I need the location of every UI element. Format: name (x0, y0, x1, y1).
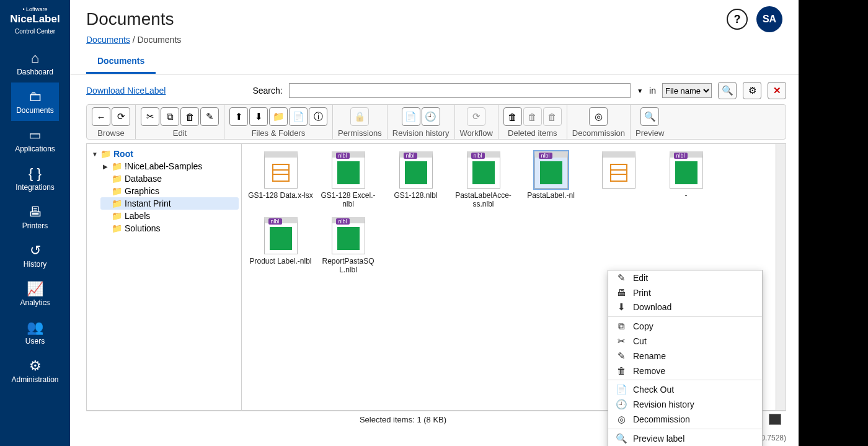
ctx-download[interactable]: ⬇Download (608, 300, 762, 314)
folder-icon: 📁 (112, 186, 122, 196)
file-item[interactable]: nlblGS1-128.nlbl (383, 151, 448, 208)
upload-button[interactable]: ⬆ (229, 107, 248, 126)
ctx-rename[interactable]: ✎Rename (608, 349, 762, 363)
permissions-button[interactable]: 🔒 (350, 107, 369, 126)
tree-item-instant-print[interactable]: 📁Instant Print (100, 197, 239, 210)
ctx-revision-history[interactable]: 🕘Revision history (608, 397, 762, 412)
ctx-copy[interactable]: ⧉Copy (608, 319, 762, 334)
ctx-preview-label[interactable]: 🔍Preview label (608, 431, 762, 446)
ctx-icon: 🔍 (616, 433, 627, 444)
nav-administration[interactable]: ⚙Administration (11, 352, 58, 390)
file-label: ReportPastaSQ L.nlbl (316, 257, 381, 274)
restore-button[interactable]: 🗑 (523, 107, 542, 126)
nav-history[interactable]: ↺History (11, 236, 58, 275)
ctx-label: Revision history (633, 399, 694, 409)
tab-documents[interactable]: Documents (86, 50, 156, 74)
edit-button[interactable]: ✎ (200, 107, 219, 126)
ctx-cut[interactable]: ✂Cut (608, 334, 762, 349)
new-file-button[interactable]: 📄 (289, 107, 308, 126)
ctx-check-out[interactable]: 📄Check Out (608, 382, 762, 397)
tree-root[interactable]: ▼📁Root (89, 148, 239, 160)
brand-nicelabel: NiceLabel (10, 13, 60, 25)
tree-item-labels[interactable]: 📁Labels (100, 210, 239, 222)
new-folder-button[interactable]: 📁 (269, 107, 288, 126)
tree-item-solutions[interactable]: 📁Solutions (100, 222, 239, 234)
folder-icon: 📁 (112, 174, 122, 184)
download-button[interactable]: ⬇ (249, 107, 268, 126)
file-thumb (602, 151, 636, 189)
ctx-label: Check Out (633, 385, 674, 395)
nav-label: Administration (11, 375, 58, 384)
ctx-label: Download (633, 302, 671, 312)
tree-item-graphics[interactable]: 📁Graphics (100, 185, 239, 197)
ribbon-group-edit: ✂⧉🗑✎Edit (136, 105, 224, 139)
grid-scrollbar[interactable] (776, 144, 786, 410)
search-button[interactable]: 🔍 (718, 82, 737, 99)
refresh-button[interactable]: ⟳ (112, 107, 130, 126)
decommission-button[interactable]: ◎ (589, 107, 608, 126)
toolbar-ribbon: ←⟳Browse✂⧉🗑✎Edit⬆⬇📁📄ⓘFiles & Folders🔒Per… (86, 104, 786, 140)
ctx-edit[interactable]: ✎Edit (608, 270, 762, 285)
deleted-button[interactable]: 🗑 (503, 107, 522, 126)
ribbon-group-permissions: 🔒Permissions (333, 105, 388, 139)
search-input[interactable] (289, 83, 631, 98)
search-clear-button[interactable]: ✕ (768, 82, 786, 99)
nav-analytics[interactable]: 📈Analytics (11, 275, 58, 313)
file-item[interactable]: nlblReportPastaSQ L.nlbl (316, 217, 381, 274)
breadcrumb: Documents / Documents (70, 35, 799, 50)
copy-button[interactable]: ⧉ (161, 107, 179, 126)
file-item[interactable]: nlblGS1-128 Excel.-nlbl (316, 151, 381, 208)
nav-icon: { } (11, 166, 58, 182)
ribbon-group-files-folders: ⬆⬇📁📄ⓘFiles & Folders (224, 105, 333, 139)
cut-button[interactable]: ✂ (141, 107, 159, 126)
history-button[interactable]: 🕘 (422, 107, 440, 126)
view-list-button[interactable] (769, 414, 781, 425)
help-button[interactable]: ? (727, 9, 748, 30)
back-button[interactable]: ← (92, 107, 110, 126)
ctx-icon: ✂ (616, 336, 627, 347)
nav-icon: 🖶 (11, 204, 58, 220)
workflow-button[interactable]: ⟳ (467, 107, 485, 126)
purge-button[interactable]: 🗑 (543, 107, 562, 126)
search-in-label: in (649, 86, 656, 96)
file-item[interactable]: nlblPastaLabelAcce-ss.nlbl (451, 151, 516, 208)
ribbon-label: Files & Folders (229, 128, 327, 138)
delete-button[interactable]: 🗑 (180, 107, 199, 126)
tree-item-database[interactable]: 📁Database (100, 172, 239, 185)
ctx-remove[interactable]: 🗑Remove (608, 363, 762, 378)
user-avatar[interactable]: SA (756, 6, 782, 32)
file-item[interactable] (586, 151, 651, 208)
nav-integrations[interactable]: { }Integrations (11, 159, 58, 198)
nav-printers[interactable]: 🖶Printers (11, 198, 58, 236)
info-button[interactable]: ⓘ (309, 107, 327, 126)
file-label: GS1-128 Excel.-nlbl (316, 191, 381, 208)
search-settings-button[interactable]: ⚙ (743, 82, 761, 99)
checkout-button[interactable]: 📄 (402, 107, 420, 126)
folder-icon: 📁 (100, 149, 111, 159)
nav-documents[interactable]: 🗀Documents (11, 83, 58, 121)
file-thumb: nlbl (332, 151, 365, 189)
search-field-select[interactable]: File name (662, 83, 712, 98)
file-item[interactable]: GS1-128 Data.x-lsx (248, 151, 313, 208)
nav-users[interactable]: 👥Users (11, 313, 58, 352)
nav-icon: 🗀 (11, 89, 58, 105)
ctx-decommission[interactable]: ◎Decommission (608, 412, 762, 427)
file-item[interactable]: nlbl- (653, 151, 719, 208)
ctx-icon: 🖶 (616, 287, 627, 298)
file-item[interactable]: nlblProduct Label.-nlbl (248, 217, 313, 274)
ctx-label: Rename (633, 351, 666, 361)
preview-button[interactable]: 🔍 (640, 107, 659, 126)
ctx-print[interactable]: 🖶Print (608, 285, 762, 300)
download-nicelabel-link[interactable]: Download NiceLabel (86, 86, 166, 96)
ctx-icon: 🕘 (616, 399, 627, 410)
tree-item--nicelabel-samples[interactable]: ▶📁!NiceLabel-Samples (100, 160, 239, 172)
ribbon-group-browse: ←⟳Browse (87, 105, 136, 139)
file-item[interactable]: nlblPastaLabel.-nl (518, 151, 583, 208)
ctx-label: Print (633, 288, 651, 298)
file-thumb: nlbl (332, 217, 365, 254)
breadcrumb-root[interactable]: Documents (86, 35, 130, 45)
ribbon-label: Permissions (338, 128, 382, 138)
nav-dashboard[interactable]: ⌂Dashboard (11, 44, 58, 83)
nav-applications[interactable]: ▭Applications (11, 121, 58, 159)
nav-label: Integrations (16, 183, 55, 192)
